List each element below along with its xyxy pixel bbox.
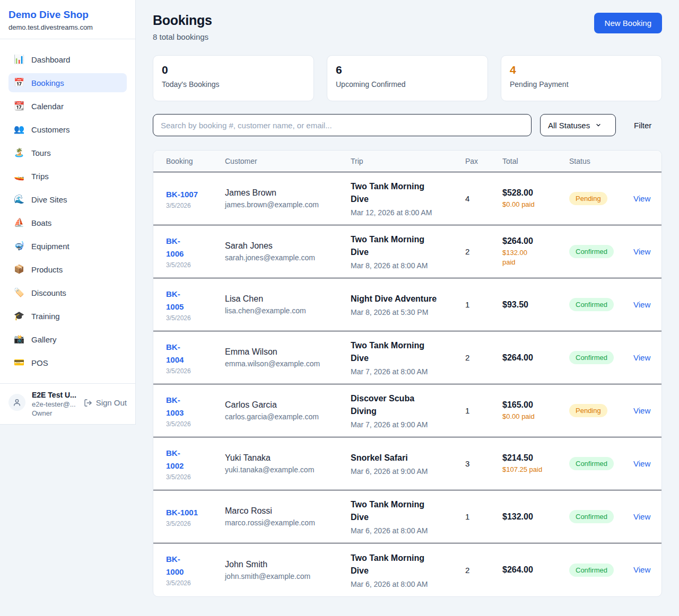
booking-date: 3/5/2026 [166, 420, 225, 428]
sidebar-item-label: Customers [31, 125, 70, 134]
pax-count: 4 [465, 194, 502, 203]
search-input[interactable] [153, 114, 532, 136]
pax-count: 3 [465, 459, 502, 468]
sidebar-item-dive-sites[interactable]: 🌊 Dive Sites [8, 190, 127, 209]
status-badge: Confirmed [569, 510, 614, 523]
view-link[interactable]: View [633, 512, 650, 521]
sidebar-item-trips[interactable]: 🚤 Trips [8, 166, 127, 186]
customer-name: Yuki Tanaka [225, 453, 351, 463]
sidebar-item-products[interactable]: 📦 Products [8, 260, 127, 279]
sidebar-item-boats[interactable]: ⛵ Boats [8, 213, 127, 232]
col-pax: Pax [465, 157, 502, 165]
view-link[interactable]: View [633, 300, 650, 309]
customer-name: James Brown [225, 188, 351, 198]
user-name: E2E Test U... [32, 391, 82, 399]
status-filter-select[interactable]: All Statuses [540, 114, 616, 136]
sidebar-item-label: Tours [31, 148, 51, 157]
sidebar-item-label: Training [31, 312, 60, 321]
view-link[interactable]: View [633, 565, 650, 574]
customer-email: james.brown@example.com [225, 200, 351, 209]
col-status: Status [569, 157, 633, 165]
tear-off-calendar-icon: 📆 [14, 102, 24, 110]
customer-email: yuki.tanaka@example.com [225, 465, 351, 474]
stat-label: Upcoming Confirmed [336, 80, 479, 89]
sidebar-item-label: Boats [31, 218, 51, 227]
customer-email: john.smith@example.com [225, 572, 351, 580]
booking-date: 3/5/2026 [166, 261, 225, 269]
trip-datetime: Mar 6, 2026 at 8:00 AM [351, 526, 465, 535]
user-section: E2E Test U... e2e-tester@... Owner Sign … [0, 383, 135, 424]
customer-email: marco.rossi@example.com [225, 518, 351, 527]
sidebar-item-discounts[interactable]: 🏷️ Discounts [8, 283, 127, 302]
view-link[interactable]: View [633, 247, 650, 256]
new-booking-button[interactable]: New Booking [594, 13, 662, 33]
customer-name: Marco Rossi [225, 506, 351, 516]
sidebar-item-tours[interactable]: 🏝️ Tours [8, 143, 127, 162]
pax-count: 2 [465, 247, 502, 256]
filter-button[interactable]: Filter [634, 121, 651, 130]
status-badge: Pending [569, 192, 607, 205]
view-link[interactable]: View [633, 194, 650, 203]
trip-name: Two Tank Morning Dive [351, 339, 465, 365]
chevron-down-icon [595, 122, 602, 128]
view-link[interactable]: View [633, 406, 650, 415]
status-badge: Confirmed [569, 351, 614, 364]
wave-icon: 🌊 [14, 195, 24, 204]
sidebar-item-pos[interactable]: 💳 POS [8, 353, 127, 372]
booking-id-link[interactable]: BK- 1000 [166, 555, 184, 576]
view-link[interactable]: View [633, 353, 650, 362]
trip-datetime: Mar 12, 2026 at 8:00 AM [351, 208, 465, 217]
table-row: BK- 1003 3/5/2026 Carlos Garcia carlos.g… [153, 384, 661, 437]
stat-value: 4 [510, 64, 653, 76]
sidebar-item-label: POS [31, 358, 48, 367]
customer-email: carlos.garcia@example.com [225, 412, 351, 421]
paid-amount: $132.00 paid [502, 248, 569, 267]
table-row: BK- 1002 3/5/2026 Yuki Tanaka yuki.tanak… [153, 437, 661, 490]
paid-amount: $107.25 paid [502, 465, 569, 474]
shop-name[interactable]: Demo Dive Shop [8, 9, 127, 21]
stat-label: Pending Payment [510, 80, 653, 89]
booking-date: 3/5/2026 [166, 520, 225, 527]
total-amount: $93.50 [502, 300, 569, 310]
sidebar-item-gallery[interactable]: 📸 Gallery [8, 330, 127, 349]
label-tag-icon: 🏷️ [14, 288, 24, 297]
col-customer: Customer [225, 157, 351, 165]
booking-id-link[interactable]: BK- 1003 [166, 395, 184, 417]
sidebar-item-calendar[interactable]: 📆 Calendar [8, 96, 127, 116]
speedboat-icon: 🚤 [14, 172, 24, 180]
total-amount: $214.50 [502, 453, 569, 463]
trip-name: Snorkel Safari [351, 452, 465, 464]
view-link[interactable]: View [633, 459, 650, 468]
stats-row: 0 Today's Bookings 6 Upcoming Confirmed … [153, 55, 662, 101]
booking-id-link[interactable]: BK- 1004 [166, 342, 184, 364]
sign-out-button[interactable]: Sign Out [84, 398, 127, 407]
table-row: BK- 1006 3/5/2026 Sarah Jones sarah.jone… [153, 225, 661, 278]
sidebar-item-training[interactable]: 🎓 Training [8, 306, 127, 325]
sidebar-item-customers[interactable]: 👥 Customers [8, 120, 127, 139]
booking-id-link[interactable]: BK-1001 [166, 508, 198, 517]
sidebar-item-bookings[interactable]: 📅 Bookings [8, 73, 127, 92]
booking-id-link[interactable]: BK- 1005 [166, 289, 184, 311]
booking-id-link[interactable]: BK-1007 [166, 190, 198, 199]
credit-card-icon: 💳 [14, 358, 24, 367]
status-badge: Pending [569, 404, 607, 417]
sidebar-item-dashboard[interactable]: 📊 Dashboard [8, 50, 127, 69]
stat-card: 4 Pending Payment [501, 55, 662, 101]
trip-datetime: Mar 6, 2026 at 8:00 AM [351, 580, 465, 588]
col-booking: Booking [166, 157, 225, 165]
table-row: BK-1001 3/5/2026 Marco Rossi marco.rossi… [153, 490, 661, 543]
sailboat-icon: ⛵ [14, 218, 24, 227]
col-total: Total [502, 157, 569, 165]
customer-email: emma.wilson@example.com [225, 359, 351, 368]
diving-mask-icon: 🤿 [14, 242, 24, 250]
sidebar-item-label: Equipment [31, 242, 69, 251]
booking-id-link[interactable]: BK- 1006 [166, 236, 184, 258]
table-row: BK-1007 3/5/2026 James Brown james.brown… [153, 172, 661, 225]
trip-datetime: Mar 8, 2026 at 8:00 AM [351, 261, 465, 270]
trip-name: Two Tank Morning Dive [351, 552, 465, 577]
total-amount: $264.00 [502, 565, 569, 575]
booking-id-link[interactable]: BK- 1002 [166, 448, 184, 470]
pax-count: 1 [465, 512, 502, 521]
customer-name: Carlos Garcia [225, 400, 351, 410]
sidebar-item-equipment[interactable]: 🤿 Equipment [8, 236, 127, 256]
